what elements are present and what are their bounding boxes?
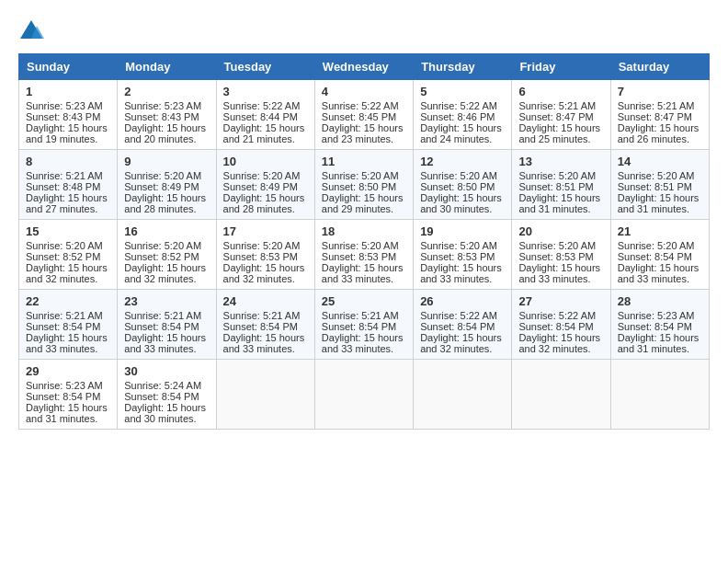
sunset-label: Sunset: 8:54 PM <box>26 321 100 332</box>
daylight-minutes: and 21 minutes. <box>223 133 295 144</box>
day-number: 19 <box>420 224 505 238</box>
daylight-label: Daylight: 15 hours <box>124 192 206 203</box>
sunset-label: Sunset: 8:53 PM <box>223 251 298 262</box>
sunset-label: Sunset: 8:49 PM <box>124 181 199 192</box>
calendar-cell: 15 Sunrise: 5:20 AM Sunset: 8:52 PM Dayl… <box>19 220 118 290</box>
daylight-label: Daylight: 15 hours <box>124 332 206 343</box>
calendar-cell: 11 Sunrise: 5:20 AM Sunset: 8:50 PM Dayl… <box>314 150 413 220</box>
calendar-cell: 1 Sunrise: 5:23 AM Sunset: 8:43 PM Dayli… <box>19 80 118 150</box>
daylight-minutes: and 27 minutes. <box>26 203 97 214</box>
daylight-minutes: and 31 minutes. <box>618 203 689 214</box>
calendar-week-row: 1 Sunrise: 5:23 AM Sunset: 8:43 PM Dayli… <box>19 80 710 150</box>
day-number: 24 <box>223 294 308 308</box>
daylight-label: Daylight: 15 hours <box>26 332 108 343</box>
calendar-cell: 16 Sunrise: 5:20 AM Sunset: 8:52 PM Dayl… <box>118 220 216 290</box>
calendar-cell <box>610 360 709 430</box>
calendar-cell: 9 Sunrise: 5:20 AM Sunset: 8:49 PM Dayli… <box>118 150 216 220</box>
daylight-minutes: and 30 minutes. <box>420 203 492 214</box>
calendar-cell: 26 Sunrise: 5:22 AM Sunset: 8:54 PM Dayl… <box>414 290 512 360</box>
daylight-minutes: and 31 minutes. <box>518 203 590 214</box>
daylight-label: Daylight: 15 hours <box>518 332 600 343</box>
calendar-cell: 12 Sunrise: 5:20 AM Sunset: 8:50 PM Dayl… <box>414 150 512 220</box>
daylight-label: Daylight: 15 hours <box>26 262 108 273</box>
sunset-label: Sunset: 8:47 PM <box>618 111 692 122</box>
calendar-cell: 4 Sunrise: 5:22 AM Sunset: 8:45 PM Dayli… <box>314 80 413 150</box>
day-number: 2 <box>124 85 209 98</box>
calendar-cell: 21 Sunrise: 5:20 AM Sunset: 8:54 PM Dayl… <box>610 220 709 290</box>
daylight-label: Daylight: 15 hours <box>124 262 206 273</box>
calendar-cell: 30 Sunrise: 5:24 AM Sunset: 8:54 PM Dayl… <box>118 360 216 430</box>
sunrise-label: Sunrise: 5:20 AM <box>618 240 695 251</box>
logo-icon <box>18 18 44 44</box>
sunrise-label: Sunrise: 5:21 AM <box>124 310 201 321</box>
sunset-label: Sunset: 8:54 PM <box>618 251 692 262</box>
calendar-cell <box>414 360 512 430</box>
sunrise-label: Sunrise: 5:20 AM <box>618 170 695 181</box>
daylight-minutes: and 31 minutes. <box>618 343 689 354</box>
day-number: 6 <box>518 85 603 98</box>
calendar-cell: 27 Sunrise: 5:22 AM Sunset: 8:54 PM Dayl… <box>512 290 610 360</box>
calendar-week-row: 15 Sunrise: 5:20 AM Sunset: 8:52 PM Dayl… <box>19 220 710 290</box>
day-number: 23 <box>124 294 209 308</box>
calendar-header-row: SundayMondayTuesdayWednesdayThursdayFrid… <box>19 54 710 80</box>
daylight-minutes: and 33 minutes. <box>518 273 590 284</box>
day-number: 18 <box>322 224 406 238</box>
sunset-label: Sunset: 8:47 PM <box>518 111 593 122</box>
daylight-label: Daylight: 15 hours <box>420 192 502 203</box>
daylight-minutes: and 20 minutes. <box>124 133 196 144</box>
sunset-label: Sunset: 8:52 PM <box>26 251 100 262</box>
daylight-minutes: and 33 minutes. <box>618 273 689 284</box>
sunset-label: Sunset: 8:54 PM <box>420 321 495 332</box>
daylight-minutes: and 33 minutes. <box>223 343 295 354</box>
sunrise-label: Sunrise: 5:20 AM <box>26 240 103 251</box>
sunrise-label: Sunrise: 5:20 AM <box>518 240 596 251</box>
day-number: 13 <box>518 155 603 168</box>
calendar-day-header: Monday <box>118 54 216 80</box>
calendar-cell: 7 Sunrise: 5:21 AM Sunset: 8:47 PM Dayli… <box>610 80 709 150</box>
daylight-minutes: and 32 minutes. <box>518 343 590 354</box>
calendar-cell: 22 Sunrise: 5:21 AM Sunset: 8:54 PM Dayl… <box>19 290 118 360</box>
daylight-label: Daylight: 15 hours <box>618 122 700 133</box>
daylight-label: Daylight: 15 hours <box>223 122 305 133</box>
daylight-minutes: and 28 minutes. <box>223 203 295 214</box>
daylight-minutes: and 30 minutes. <box>124 413 196 424</box>
sunset-label: Sunset: 8:54 PM <box>322 321 396 332</box>
daylight-label: Daylight: 15 hours <box>26 192 108 203</box>
daylight-label: Daylight: 15 hours <box>618 192 700 203</box>
daylight-label: Daylight: 15 hours <box>26 402 108 413</box>
daylight-label: Daylight: 15 hours <box>518 122 600 133</box>
day-number: 3 <box>223 85 308 98</box>
day-number: 10 <box>223 155 308 168</box>
calendar-cell: 10 Sunrise: 5:20 AM Sunset: 8:49 PM Dayl… <box>216 150 314 220</box>
daylight-minutes: and 33 minutes. <box>322 343 393 354</box>
daylight-label: Daylight: 15 hours <box>26 122 108 133</box>
calendar-cell: 24 Sunrise: 5:21 AM Sunset: 8:54 PM Dayl… <box>216 290 314 360</box>
daylight-minutes: and 19 minutes. <box>26 133 97 144</box>
daylight-label: Daylight: 15 hours <box>618 262 700 273</box>
sunset-label: Sunset: 8:51 PM <box>618 181 692 192</box>
calendar-day-header: Saturday <box>610 54 709 80</box>
daylight-minutes: and 32 minutes. <box>420 343 492 354</box>
sunset-label: Sunset: 8:50 PM <box>322 181 396 192</box>
calendar-week-row: 22 Sunrise: 5:21 AM Sunset: 8:54 PM Dayl… <box>19 290 710 360</box>
daylight-label: Daylight: 15 hours <box>618 332 700 343</box>
daylight-minutes: and 31 minutes. <box>26 413 97 424</box>
daylight-minutes: and 33 minutes. <box>420 273 492 284</box>
sunset-label: Sunset: 8:53 PM <box>518 251 593 262</box>
day-number: 21 <box>618 224 702 238</box>
sunrise-label: Sunrise: 5:22 AM <box>223 100 301 111</box>
sunset-label: Sunset: 8:48 PM <box>26 181 100 192</box>
sunrise-label: Sunrise: 5:20 AM <box>322 170 399 181</box>
calendar-cell: 23 Sunrise: 5:21 AM Sunset: 8:54 PM Dayl… <box>118 290 216 360</box>
calendar-week-row: 8 Sunrise: 5:21 AM Sunset: 8:48 PM Dayli… <box>19 150 710 220</box>
calendar-table: SundayMondayTuesdayWednesdayThursdayFrid… <box>18 53 710 430</box>
sunrise-label: Sunrise: 5:20 AM <box>322 240 399 251</box>
daylight-label: Daylight: 15 hours <box>322 262 404 273</box>
calendar-cell: 17 Sunrise: 5:20 AM Sunset: 8:53 PM Dayl… <box>216 220 314 290</box>
calendar-cell: 18 Sunrise: 5:20 AM Sunset: 8:53 PM Dayl… <box>314 220 413 290</box>
day-number: 12 <box>420 155 505 168</box>
daylight-minutes: and 32 minutes. <box>223 273 295 284</box>
calendar-day-header: Wednesday <box>314 54 413 80</box>
daylight-label: Daylight: 15 hours <box>420 332 502 343</box>
daylight-label: Daylight: 15 hours <box>223 332 305 343</box>
